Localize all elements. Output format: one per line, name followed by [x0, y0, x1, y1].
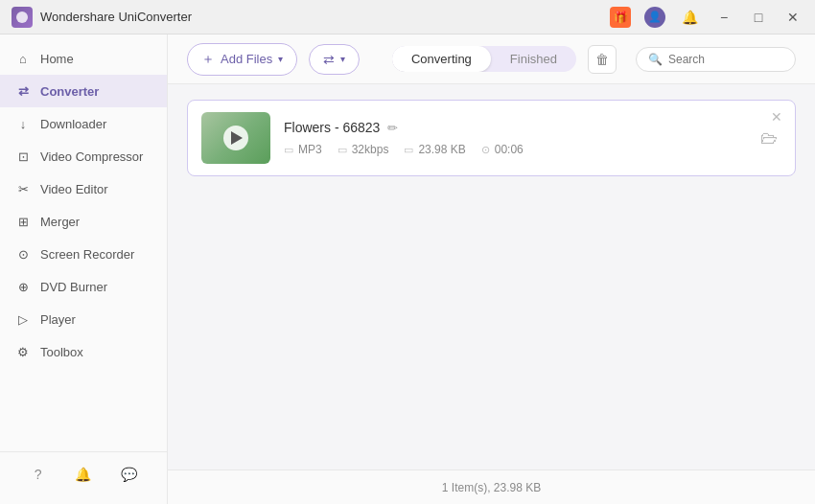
sidebar-item-converter[interactable]: ⇄ Converter — [0, 75, 167, 107]
search-input[interactable] — [668, 53, 783, 66]
file-format: ▭ MP3 — [284, 143, 322, 156]
title-bar-left: Wondershare UniConverter — [12, 7, 192, 28]
sidebar-item-label: Home — [40, 52, 74, 66]
video-editor-icon: ✂ — [15, 181, 31, 196]
status-text: 1 Item(s), 23.98 KB — [442, 481, 541, 494]
toolbox-icon: ⚙ — [15, 344, 31, 359]
size-value: 23.98 KB — [418, 143, 465, 156]
file-thumbnail — [201, 112, 270, 164]
sidebar-item-label: Merger — [40, 215, 80, 229]
sidebar-item-label: Video Editor — [40, 182, 108, 196]
app-logo — [12, 7, 33, 28]
maximize-button[interactable]: □ — [748, 7, 769, 28]
file-duration: ⊙ 00:06 — [481, 143, 524, 156]
play-icon — [231, 131, 243, 145]
status-bar: 1 Item(s), 23.98 KB — [168, 470, 815, 504]
file-size: ▭ 23.98 KB — [404, 143, 465, 156]
main-layout: ⌂ Home ⇄ Converter ↓ Downloader ⊡ Video … — [0, 34, 815, 504]
duration-icon: ⊙ — [481, 144, 490, 156]
delete-icon: 🗑 — [595, 52, 609, 67]
add-files-label: Add Files — [221, 52, 272, 66]
file-card: Flowers - 66823 ✏ ▭ MP3 ▭ 32kbps — [187, 100, 796, 176]
sidebar-item-label: Screen Recorder — [40, 247, 134, 262]
merger-icon: ⊞ — [15, 214, 31, 229]
convert-dropdown-icon: ▾ — [340, 54, 345, 64]
sidebar-bottom: ? 🔔 💬 — [0, 451, 167, 496]
downloader-icon: ↓ — [15, 116, 31, 131]
minimize-button[interactable]: − — [713, 7, 734, 28]
sidebar-item-video-compressor[interactable]: ⊡ Video Compressor — [0, 140, 167, 172]
delete-button[interactable]: 🗑 — [588, 45, 617, 74]
tab-finished[interactable]: Finished — [491, 46, 576, 72]
add-files-dropdown-icon: ▾ — [278, 54, 283, 64]
sidebar-item-merger[interactable]: ⊞ Merger — [0, 205, 167, 238]
notification-bell-icon[interactable]: 🔔 — [73, 464, 94, 485]
toolbar: ＋ Add Files ▾ ⇄ ▾ Converting Finished 🗑 … — [168, 34, 815, 84]
user-icon[interactable]: 👤 — [644, 7, 665, 28]
converter-icon: ⇄ — [15, 83, 31, 99]
sidebar-item-label: Downloader — [40, 117, 106, 131]
file-close-button[interactable]: ✕ — [768, 108, 785, 126]
format-icon: ▭ — [284, 144, 293, 156]
edit-icon[interactable]: ✏ — [387, 121, 398, 135]
help-icon[interactable]: ? — [28, 464, 49, 485]
bitrate-icon: ▭ — [338, 144, 347, 156]
open-folder-icon[interactable]: 🗁 — [760, 128, 778, 149]
dvd-burner-icon: ⊕ — [15, 279, 31, 294]
convert-icon: ⇄ — [323, 52, 335, 67]
add-files-icon: ＋ — [201, 51, 215, 68]
sidebar-item-label: Converter — [40, 84, 99, 99]
tab-group: Converting Finished — [392, 46, 576, 72]
home-icon: ⌂ — [15, 51, 31, 66]
content-area: ＋ Add Files ▾ ⇄ ▾ Converting Finished 🗑 … — [168, 34, 815, 504]
sidebar: ⌂ Home ⇄ Converter ↓ Downloader ⊡ Video … — [0, 34, 168, 504]
file-info: Flowers - 66823 ✏ ▭ MP3 ▭ 32kbps — [284, 120, 747, 156]
file-meta: ▭ MP3 ▭ 32kbps ▭ 23.98 KB ⊙ — [284, 143, 747, 156]
search-icon: 🔍 — [648, 53, 663, 66]
sidebar-item-player[interactable]: ▷ Player — [0, 303, 167, 335]
sidebar-item-toolbox[interactable]: ⚙ Toolbox — [0, 335, 167, 368]
title-bar-right: 🎁 👤 🔔 − □ ✕ — [610, 7, 803, 28]
play-button[interactable] — [223, 126, 248, 150]
app-title: Wondershare UniConverter — [40, 10, 192, 24]
file-bitrate: ▭ 32kbps — [338, 143, 389, 156]
sidebar-item-label: Player — [40, 312, 76, 327]
player-icon: ▷ — [15, 311, 31, 327]
gift-icon[interactable]: 🎁 — [610, 7, 631, 28]
title-bar: Wondershare UniConverter 🎁 👤 🔔 − □ ✕ — [0, 0, 815, 34]
sidebar-item-home[interactable]: ⌂ Home — [0, 42, 167, 75]
file-area: Flowers - 66823 ✏ ▭ MP3 ▭ 32kbps — [168, 84, 815, 470]
sidebar-item-label: Toolbox — [40, 345, 83, 359]
file-name-row: Flowers - 66823 ✏ — [284, 120, 747, 135]
sidebar-item-label: DVD Burner — [40, 280, 107, 294]
bitrate-value: 32kbps — [352, 143, 389, 156]
sidebar-item-dvd-burner[interactable]: ⊕ DVD Burner — [0, 270, 167, 303]
search-box: 🔍 — [636, 47, 796, 72]
file-name: Flowers - 66823 — [284, 120, 380, 135]
size-icon: ▭ — [404, 144, 413, 156]
feedback-icon[interactable]: 💬 — [118, 464, 139, 485]
sidebar-item-video-editor[interactable]: ✂ Video Editor — [0, 172, 167, 205]
close-button[interactable]: ✕ — [782, 7, 803, 28]
tab-converting[interactable]: Converting — [392, 46, 491, 72]
screen-recorder-icon: ⊙ — [15, 246, 31, 262]
convert-settings-button[interactable]: ⇄ ▾ — [309, 44, 360, 75]
add-files-button[interactable]: ＋ Add Files ▾ — [187, 43, 297, 76]
sidebar-item-label: Video Compressor — [40, 149, 143, 164]
video-compressor-icon: ⊡ — [15, 149, 31, 164]
sidebar-item-downloader[interactable]: ↓ Downloader — [0, 107, 167, 140]
duration-value: 00:06 — [495, 143, 524, 156]
bell-icon[interactable]: 🔔 — [679, 7, 700, 28]
sidebar-item-screen-recorder[interactable]: ⊙ Screen Recorder — [0, 238, 167, 270]
format-value: MP3 — [298, 143, 322, 156]
